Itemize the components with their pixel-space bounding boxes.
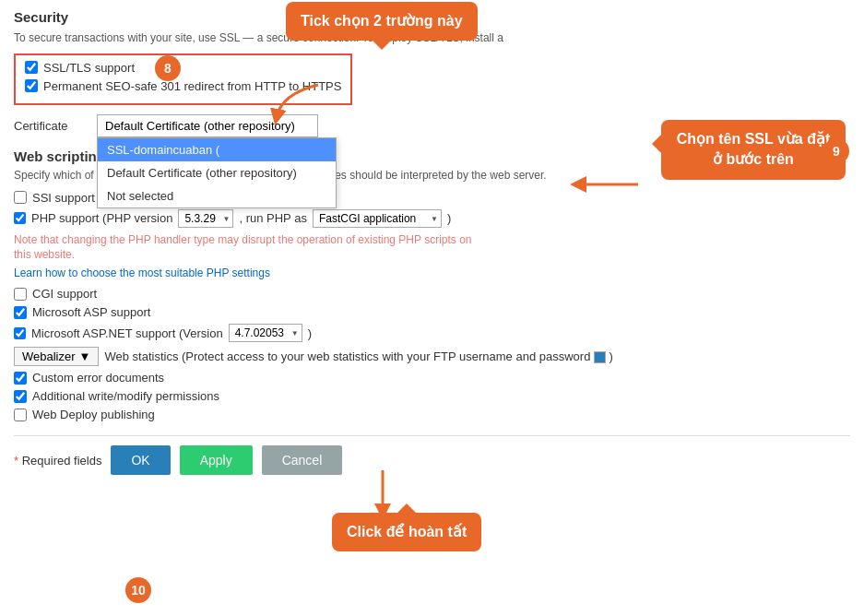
additional-write-row: Additional write/modify permissions (14, 389, 850, 403)
required-star: * (14, 454, 18, 468)
aspnet-version-wrapper: 4.7.02053 (229, 324, 302, 342)
php-close-paren: ) (447, 211, 451, 225)
ssl-tls-label: SSL/TLS support (43, 61, 135, 75)
redirect-checkbox[interactable] (25, 79, 38, 92)
badge-9: 9 (823, 138, 849, 164)
web-deploy-checkbox[interactable] (14, 409, 27, 421)
annotation-bubble-2: Chọn tên SSL vừa đặt ở bước trên (661, 120, 846, 180)
additional-write-checkbox[interactable] (14, 390, 27, 403)
webalizer-desc: Web statistics (Protect access to your w… (104, 349, 613, 363)
php-label-prefix: PHP support (PHP version (31, 211, 172, 225)
web-deploy-row: Web Deploy publishing (14, 408, 850, 421)
arrow-bubble1 (272, 85, 327, 124)
cert-dropdown-item-ssl[interactable]: SSL-domaincuaban ( (98, 138, 336, 161)
additional-write-label: Additional write/modify permissions (32, 389, 219, 403)
annotation-bubble-3: Click để hoàn tất (332, 513, 481, 551)
cert-dropdown-item-not-selected[interactable]: Not selected (98, 184, 336, 207)
php-note: Note that changing the PHP handler type … (14, 232, 475, 264)
arrow-bubble2 (574, 171, 647, 201)
webalizer-btn[interactable]: Webalizer ▼ (14, 347, 99, 366)
web-deploy-label: Web Deploy publishing (32, 408, 155, 421)
main-container: Security To secure transactions with you… (0, 0, 864, 489)
php-version-wrapper: 5.3.29 (178, 209, 233, 228)
asp-checkbox[interactable] (14, 306, 27, 319)
aspnet-version-select[interactable]: 4.7.02053 (229, 324, 302, 342)
php-row: PHP support (PHP version 5.3.29 , run PH… (14, 209, 850, 228)
badge-8: 8 (155, 55, 181, 81)
custom-error-label: Custom error documents (32, 371, 164, 385)
apply-button[interactable]: Apply (180, 445, 253, 475)
php-handler-wrapper: FastCGI application (313, 209, 442, 228)
cgi-label: CGI support (32, 287, 97, 301)
badge-10: 10 (125, 577, 151, 603)
webalizer-row: Webalizer ▼ Web statistics (Protect acce… (14, 347, 850, 366)
php-settings-link[interactable]: Learn how to choose the most suitable PH… (14, 267, 850, 279)
php-checkbox[interactable] (14, 212, 26, 224)
ssl-tls-checkbox[interactable] (25, 61, 38, 74)
php-run-as: , run PHP as (239, 211, 306, 225)
required-label: * Required fields (14, 454, 101, 468)
aspnet-row: Microsoft ASP.NET support (Version 4.7.0… (14, 324, 850, 342)
cert-dropdown-item-default[interactable]: Default Certificate (other repository) (98, 161, 336, 184)
custom-error-checkbox[interactable] (14, 372, 27, 385)
aspnet-label-prefix: Microsoft ASP.NET support (Version (31, 326, 223, 340)
cgi-row: CGI support (14, 287, 850, 301)
footer-bar: * Required fields OK Apply Cancel (14, 435, 850, 475)
annotation-bubble-1: Tick chọn 2 trường này (286, 2, 478, 41)
aspnet-checkbox[interactable] (14, 327, 26, 339)
certificate-dropdown: SSL-domaincuaban ( Default Certificate (… (97, 137, 337, 208)
cancel-button[interactable]: Cancel (262, 445, 343, 475)
cgi-checkbox[interactable] (14, 288, 27, 301)
asp-row: Microsoft ASP support (14, 305, 850, 319)
custom-error-row: Custom error documents (14, 371, 850, 385)
php-handler-select[interactable]: FastCGI application (313, 209, 442, 228)
ssl-tls-row: SSL/TLS support (25, 61, 341, 75)
aspnet-close-paren: ) (308, 326, 312, 340)
ssi-checkbox[interactable] (14, 191, 27, 204)
asp-label: Microsoft ASP support (32, 305, 150, 319)
webalizer-btn-label: Webalizer (22, 349, 76, 363)
ok-button[interactable]: OK (111, 445, 170, 475)
certificate-label: Certificate (14, 119, 88, 133)
webalizer-dropdown-arrow: ▼ (79, 349, 91, 363)
php-version-select[interactable]: 5.3.29 (178, 209, 233, 228)
